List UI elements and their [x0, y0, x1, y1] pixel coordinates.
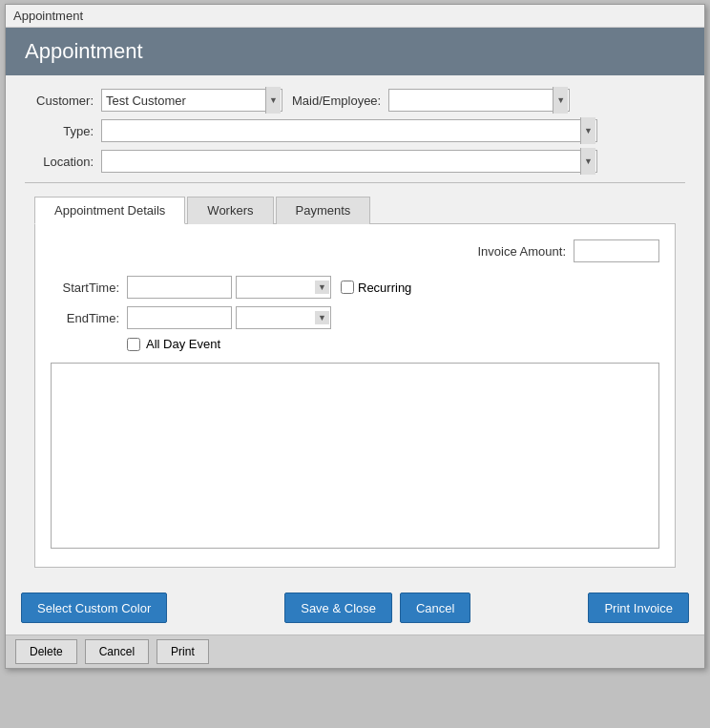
tab-appointment-details[interactable]: Appointment Details: [34, 197, 185, 224]
recurring-checkbox[interactable]: [341, 281, 354, 294]
location-select-wrapper: [101, 150, 597, 173]
dialog-header: Appointment: [6, 28, 704, 75]
bottom-cancel-button[interactable]: Cancel: [85, 639, 149, 664]
window-title-bar: Appointment: [6, 5, 704, 28]
all-day-row: All Day Event: [127, 337, 659, 351]
recurring-label: Recurring: [358, 281, 411, 295]
recurring-wrapper: Recurring: [341, 281, 411, 295]
window-title: Appointment: [13, 9, 83, 23]
type-select[interactable]: [101, 119, 597, 142]
start-time-dropdown[interactable]: AM PM: [236, 276, 331, 299]
customer-select-wrapper: Test Customer: [101, 89, 282, 112]
customer-select[interactable]: Test Customer: [101, 89, 282, 112]
location-select[interactable]: [101, 150, 597, 173]
start-time-label: StartTime:: [51, 281, 127, 295]
invoice-amount-input[interactable]: [574, 239, 659, 262]
invoice-amount-row: Invoice Amount:: [51, 239, 659, 262]
end-time-row: EndTime: AM PM: [51, 306, 659, 329]
start-time-dropdown-wrapper: AM PM: [236, 276, 331, 299]
notes-textarea[interactable]: [51, 363, 659, 549]
start-time-row: StartTime: AM PM Recurring: [51, 276, 659, 299]
all-day-checkbox[interactable]: [127, 338, 140, 351]
customer-label: Customer:: [25, 94, 101, 108]
location-row: Location:: [25, 150, 685, 173]
tab-workers[interactable]: Workers: [187, 197, 273, 224]
maid-label-wrapper: Maid/Employee:: [292, 89, 570, 112]
end-time-label: EndTime:: [51, 311, 127, 325]
all-day-label: All Day Event: [146, 337, 220, 351]
maid-select-wrapper: [388, 89, 570, 112]
invoice-amount-label: Invoice Amount:: [478, 244, 567, 259]
dialog-body: Customer: Test Customer Maid/Employee: T…: [6, 75, 704, 581]
bottom-delete-button[interactable]: Delete: [15, 639, 77, 664]
footer-buttons: Select Custom Color Save & Close Cancel …: [6, 581, 704, 634]
customer-maid-row: Customer: Test Customer Maid/Employee:: [25, 89, 685, 112]
divider: [25, 182, 685, 183]
bottom-print-button[interactable]: Print: [157, 639, 209, 664]
end-time-dropdown-wrapper: AM PM: [236, 306, 331, 329]
tab-content: Invoice Amount: StartTime: AM PM: [34, 223, 676, 568]
print-invoice-button[interactable]: Print Invoice: [588, 593, 689, 623]
dialog-title: Appointment: [25, 39, 685, 64]
type-select-wrapper: [101, 119, 597, 142]
end-time-input[interactable]: [127, 306, 232, 329]
maid-select[interactable]: [388, 89, 570, 112]
bottom-bar: Delete Cancel Print: [6, 634, 704, 668]
save-close-button[interactable]: Save & Close: [284, 593, 392, 623]
tab-payments[interactable]: Payments: [276, 197, 371, 224]
end-time-dropdown[interactable]: AM PM: [236, 306, 331, 329]
cancel-button[interactable]: Cancel: [400, 593, 470, 623]
tabs-container: Appointment Details Workers Payments Inv…: [25, 197, 685, 568]
select-custom-color-button[interactable]: Select Custom Color: [21, 593, 167, 623]
tabs-row: Appointment Details Workers Payments: [34, 197, 676, 224]
type-row: Type:: [25, 119, 685, 142]
type-label: Type:: [25, 124, 101, 138]
location-label: Location:: [25, 155, 101, 169]
maid-label: Maid/Employee:: [292, 94, 381, 108]
start-time-input[interactable]: [127, 276, 232, 299]
